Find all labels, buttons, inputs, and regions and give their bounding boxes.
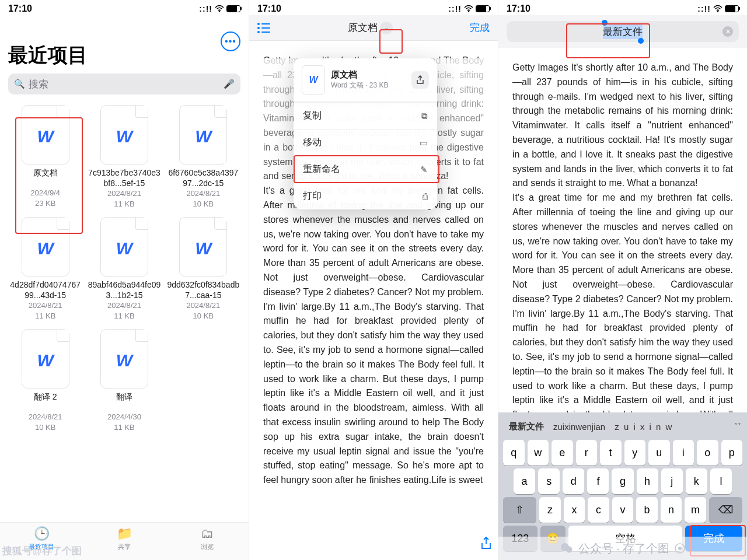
file-item[interactable]: W原文档2024/9/423 KB xyxy=(8,103,82,209)
filename-input[interactable]: 最新文件 ✕ xyxy=(507,21,739,42)
candidate[interactable]: zuixinwenjian xyxy=(549,422,610,432)
menu-file-meta: Word 文稿 · 23 KB xyxy=(331,81,388,89)
status-icons: ::!! xyxy=(199,4,240,13)
microphone-icon[interactable]: 🎤 xyxy=(224,79,235,89)
key-o[interactable]: o xyxy=(697,440,718,466)
candidate[interactable]: 最新文件 xyxy=(504,421,549,432)
key-k[interactable]: k xyxy=(686,468,707,494)
key-p[interactable]: p xyxy=(721,440,743,466)
file-size: 10 KB xyxy=(8,422,82,433)
share-nav-icon[interactable] xyxy=(480,536,492,554)
emoji-key[interactable]: 😊 xyxy=(540,526,566,551)
key-r[interactable]: r xyxy=(576,440,598,466)
key-l[interactable]: l xyxy=(710,468,732,494)
shift-key[interactable]: ⇧ xyxy=(503,497,536,523)
status-bar: 17:10 ::!! xyxy=(0,0,249,15)
tab-shared[interactable]: 📁共享 xyxy=(83,523,166,560)
clock: 17:10 xyxy=(507,4,530,14)
key-j[interactable]: j xyxy=(661,468,683,494)
key-h[interactable]: h xyxy=(637,468,658,494)
file-date: 2024/4/30 xyxy=(87,412,161,422)
file-name: 翻译 2 xyxy=(8,392,82,412)
tab-recent[interactable]: 🕒最近项目 xyxy=(0,523,83,560)
folder-icon: 🗂 xyxy=(166,526,249,541)
tab-bar: 🕒最近项目 📁共享 🗂浏览 xyxy=(0,522,249,560)
file-item[interactable]: W4d28df7d0407476799...43d-152024/8/2111 … xyxy=(8,215,82,321)
key-q[interactable]: q xyxy=(503,440,525,466)
file-date: 2024/8/21 xyxy=(8,300,82,311)
files-app-pane: 17:10 ::!! ••• 最近项目 🔍 搜索 🎤 W原文档2024/9/42… xyxy=(0,0,249,560)
key-i[interactable]: i xyxy=(673,440,694,466)
menu-copy[interactable]: 复制⧉ xyxy=(294,102,437,129)
pencil-icon: ✎ xyxy=(420,164,428,175)
menu-print[interactable]: 打印⎙ xyxy=(294,183,437,209)
page-title: 最近项目 xyxy=(8,42,240,69)
paragraph: Getty Images It's shortly after 10 a.m.,… xyxy=(512,61,733,191)
file-item[interactable]: W翻译 22024/8/2110 KB xyxy=(8,327,82,432)
expand-icon[interactable]: ˄˅ xyxy=(734,422,741,430)
file-size: 11 KB xyxy=(87,311,161,321)
candidate-bar[interactable]: 最新文件 zuixinwenjian z u i x i n w ˄˅ xyxy=(501,416,745,437)
key-y[interactable]: y xyxy=(624,440,646,466)
context-menu: W 原文档Word 文稿 · 23 KB 复制⧉ 移动▭ 重新命名✎ 打印⎙ xyxy=(294,58,437,209)
word-icon: W xyxy=(22,105,69,164)
more-button[interactable]: ••• xyxy=(221,32,240,51)
keyboard: 最新文件 zuixinwenjian z u i x i n w ˄˅ qwer… xyxy=(498,412,747,560)
key-n[interactable]: n xyxy=(661,497,682,523)
key-u[interactable]: u xyxy=(648,440,670,466)
file-date: 2024/9/4 xyxy=(8,188,82,198)
space-key[interactable]: 空格 xyxy=(568,526,682,551)
folder-shared-icon: 📁 xyxy=(83,526,166,541)
file-item[interactable]: W9dd632fc0f834badb7...caa-152024/8/2110 … xyxy=(166,215,240,321)
clear-icon[interactable]: ✕ xyxy=(722,26,733,37)
title-bar: 原文档 ⌄ 完成 xyxy=(249,15,498,41)
key-b[interactable]: b xyxy=(636,497,658,523)
key-m[interactable]: m xyxy=(685,497,706,523)
key-e[interactable]: e xyxy=(551,440,573,466)
menu-rename[interactable]: 重新命名✎ xyxy=(294,156,437,183)
filename-text: 最新文件 xyxy=(603,24,643,39)
file-size: 11 KB xyxy=(87,199,161,209)
file-item[interactable]: W翻译2024/4/3011 KB xyxy=(87,327,161,432)
file-item[interactable]: W89abf46d5a944fe093...1b2-152024/8/2111 … xyxy=(87,215,161,321)
num-key[interactable]: 123 xyxy=(503,526,537,551)
key-d[interactable]: d xyxy=(563,468,584,494)
tab-browse[interactable]: 🗂浏览 xyxy=(166,523,249,560)
share-button[interactable] xyxy=(411,71,429,89)
key-g[interactable]: g xyxy=(612,468,633,494)
key-a[interactable]: a xyxy=(514,468,535,494)
key-s[interactable]: s xyxy=(538,468,560,494)
file-size: 11 KB xyxy=(8,311,82,321)
candidate[interactable]: z u i x i n w xyxy=(610,422,678,432)
battery-icon xyxy=(725,5,739,12)
done-button[interactable]: 完成 xyxy=(470,21,490,34)
title-bar: 最新文件 ✕ xyxy=(498,15,747,48)
file-item[interactable]: W6f6760e5c38a439797...2dc-152024/8/2110 … xyxy=(166,103,240,209)
search-input[interactable]: 🔍 搜索 🎤 xyxy=(8,74,240,94)
key-f[interactable]: f xyxy=(587,468,609,494)
backspace-key[interactable]: ⌫ xyxy=(709,497,742,523)
key-w[interactable]: w xyxy=(528,440,549,466)
wifi-icon xyxy=(464,5,473,12)
battery-icon xyxy=(476,5,490,12)
outline-icon[interactable] xyxy=(257,23,270,33)
key-c[interactable]: c xyxy=(588,497,609,523)
key-v[interactable]: v xyxy=(612,497,634,523)
done-key[interactable]: 完成 xyxy=(685,526,742,551)
key-x[interactable]: x xyxy=(564,497,585,523)
folder-icon: ▭ xyxy=(420,138,428,148)
doc-title[interactable]: 原文档 ⌄ xyxy=(348,21,393,34)
status-icons: ::!! xyxy=(448,4,490,13)
status-bar: 17:10 ::!! xyxy=(498,0,747,15)
file-date: 2024/8/21 xyxy=(87,188,161,199)
key-z[interactable]: z xyxy=(539,497,561,523)
file-item[interactable]: W7c913be7be3740e3bf8...5ef-152024/8/2111… xyxy=(87,103,161,209)
menu-move[interactable]: 移动▭ xyxy=(294,129,437,156)
file-date: 2024/8/21 xyxy=(166,188,240,199)
file-size: 10 KB xyxy=(166,199,240,209)
file-size: 11 KB xyxy=(87,422,161,433)
file-name: 7c913be7be3740e3bf8...5ef-15 xyxy=(87,168,161,188)
svg-point-1 xyxy=(468,10,469,12)
chevron-down-icon[interactable]: ⌄ xyxy=(380,22,393,34)
key-t[interactable]: t xyxy=(600,440,622,466)
